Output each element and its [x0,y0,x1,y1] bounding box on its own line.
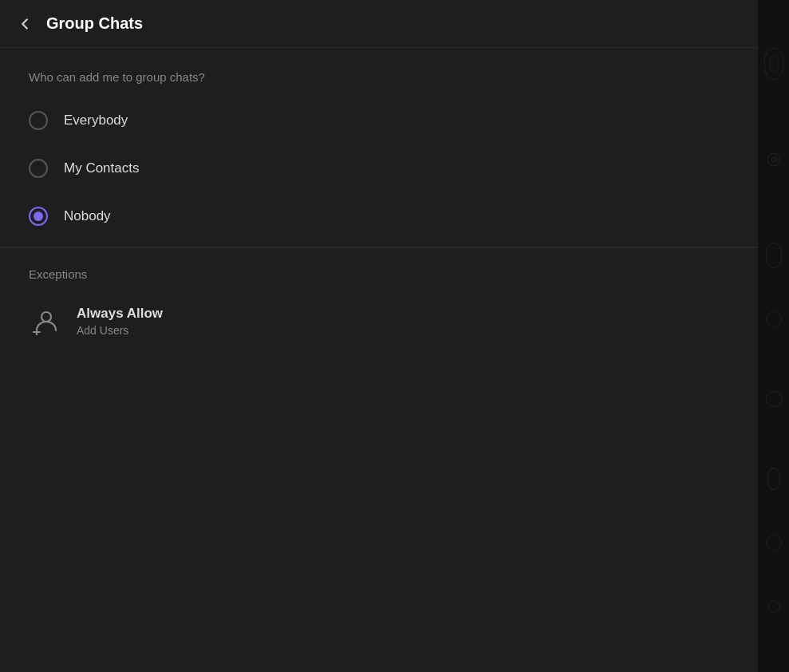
svg-point-8 [766,391,782,407]
radio-label-nobody: Nobody [64,208,111,224]
radio-label-my-contacts: My Contacts [64,160,139,176]
header: Group Chats [0,0,758,48]
svg-point-9 [767,468,780,490]
exceptions-section: Exceptions Always Allow Add Users [0,248,758,358]
svg-point-6 [771,157,776,162]
svg-point-0 [41,312,51,322]
radio-inner-nobody [34,211,43,221]
radio-circle-nobody [29,207,48,226]
add-user-icon [29,303,64,338]
radio-option-my-contacts[interactable]: My Contacts [29,144,729,192]
radio-circle-my-contacts [29,159,48,178]
radio-options-group: Everybody My Contacts Nobody [0,97,758,240]
always-allow-subtitle: Add Users [77,324,163,337]
page-title: Group Chats [46,14,143,33]
radio-circle-everybody [29,111,48,130]
svg-point-3 [764,48,783,80]
always-allow-text: Always Allow Add Users [77,306,163,337]
always-allow-item[interactable]: Always Allow Add Users [29,297,729,345]
back-button[interactable] [16,15,34,33]
svg-point-4 [769,56,779,72]
exceptions-label: Exceptions [29,267,729,281]
radio-option-nobody[interactable]: Nobody [29,192,729,240]
right-decorative-panel [758,0,789,672]
section-question: Who can add me to group chats? [0,48,758,97]
svg-point-5 [767,153,780,166]
radio-option-everybody[interactable]: Everybody [29,97,729,144]
main-content: Group Chats Who can add me to group chat… [0,0,758,672]
radio-label-everybody: Everybody [64,113,128,128]
always-allow-title: Always Allow [77,306,163,322]
svg-point-7 [766,243,782,268]
svg-point-10 [768,601,779,612]
